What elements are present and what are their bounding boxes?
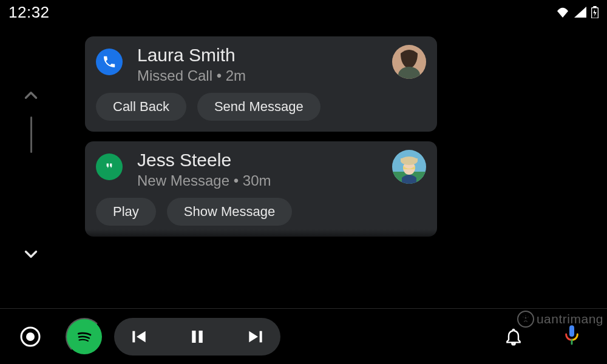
watermark-icon	[517, 311, 534, 328]
contact-avatar	[392, 45, 426, 79]
notification-card[interactable]: Jess Steele New Message • 30m Play Show …	[85, 141, 437, 237]
notification-title: Jess Steele	[137, 150, 392, 170]
watermark: uantrimang	[517, 311, 603, 328]
status-icons	[556, 6, 599, 18]
pause-button[interactable]	[183, 323, 211, 351]
status-bar: 12:32	[0, 0, 607, 24]
scroll-indicator	[30, 116, 32, 153]
notification-card[interactable]: Laura Smith Missed Call • 2m Call Back S…	[85, 36, 437, 132]
contact-avatar	[392, 150, 426, 184]
show-message-button[interactable]: Show Message	[167, 198, 292, 226]
battery-icon	[591, 6, 599, 18]
svg-line-20	[527, 317, 528, 317]
play-message-button[interactable]: Play	[96, 198, 156, 226]
call-back-button[interactable]: Call Back	[96, 93, 186, 121]
card-header: Laura Smith Missed Call • 2m	[96, 45, 426, 84]
phone-icon	[96, 49, 123, 75]
next-track-button[interactable]	[242, 323, 270, 351]
wifi-icon	[556, 7, 569, 18]
spotify-button[interactable]	[66, 318, 103, 356]
svg-rect-9	[401, 158, 418, 161]
notification-subtitle: New Message • 30m	[137, 172, 392, 189]
bottom-bar	[0, 308, 607, 364]
launcher-button[interactable]	[13, 320, 47, 354]
card-actions: Play Show Message	[96, 198, 426, 226]
svg-rect-14	[199, 331, 203, 343]
notification-title: Laura Smith	[137, 45, 392, 65]
svg-point-11	[26, 332, 35, 341]
card-header: Jess Steele New Message • 30m	[96, 150, 426, 189]
svg-rect-12	[132, 331, 135, 342]
watermark-text: uantrimang	[537, 312, 603, 326]
svg-point-18	[525, 317, 527, 319]
status-time: 12:32	[8, 3, 50, 22]
svg-line-19	[523, 317, 523, 317]
svg-rect-13	[192, 331, 195, 343]
media-controls	[114, 318, 280, 356]
hangouts-icon	[96, 153, 123, 180]
scroll-up-group	[21, 85, 41, 153]
notification-subtitle: Missed Call • 2m	[137, 67, 392, 84]
scroll-column	[16, 79, 46, 291]
notification-list: Laura Smith Missed Call • 2m Call Back S…	[85, 36, 437, 246]
cellular-signal-icon	[574, 7, 586, 18]
card-actions: Call Back Send Message	[96, 93, 426, 121]
previous-track-button[interactable]	[125, 323, 153, 351]
svg-rect-15	[260, 331, 262, 342]
chevron-up-icon[interactable]	[21, 85, 41, 108]
chevron-down-icon[interactable]	[21, 244, 41, 267]
send-message-button[interactable]: Send Message	[197, 93, 320, 121]
